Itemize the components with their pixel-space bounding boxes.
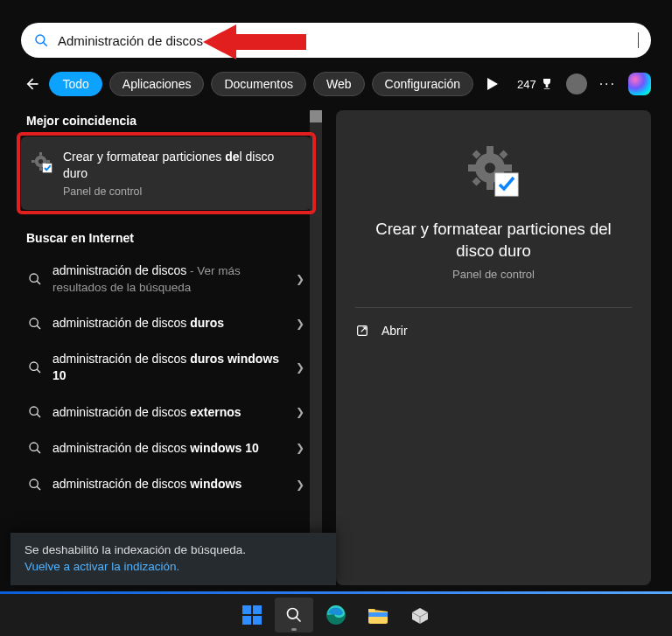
search-icon bbox=[28, 441, 42, 455]
preview-icon bbox=[467, 145, 520, 198]
chevron-right-icon: ❯ bbox=[296, 442, 304, 454]
open-button[interactable]: Abrir bbox=[355, 324, 408, 338]
svg-rect-38 bbox=[253, 616, 262, 625]
svg-rect-24 bbox=[486, 146, 494, 154]
tab-configuracion[interactable]: Configuración bbox=[372, 72, 473, 96]
arrow-left-icon bbox=[23, 75, 40, 93]
search-icon bbox=[28, 478, 42, 492]
copilot-icon[interactable] bbox=[628, 73, 651, 95]
web-result-item[interactable]: administración de discos externos ❯ bbox=[21, 395, 312, 430]
tab-todo[interactable]: Todo bbox=[49, 72, 102, 96]
taskbar-app[interactable] bbox=[401, 598, 439, 633]
rewards-points[interactable]: 247 bbox=[517, 77, 554, 91]
search-input[interactable] bbox=[58, 33, 641, 48]
preview-panel: Crear y formatear particiones del disco … bbox=[336, 110, 651, 585]
svg-line-16 bbox=[37, 369, 40, 373]
best-match-subtitle: Panel de control bbox=[63, 185, 301, 198]
svg-rect-28 bbox=[472, 150, 481, 159]
preview-subtitle: Panel de control bbox=[452, 268, 535, 281]
scrollbar[interactable] bbox=[310, 110, 322, 585]
svg-point-13 bbox=[30, 318, 38, 326]
search-icon bbox=[285, 606, 303, 624]
play-button[interactable] bbox=[480, 72, 505, 96]
avatar[interactable] bbox=[566, 73, 587, 94]
web-result-text: administración de discos duros windows 1… bbox=[52, 351, 285, 384]
svg-line-22 bbox=[37, 486, 40, 490]
open-icon bbox=[355, 324, 369, 338]
web-result-item[interactable]: administración de discos duros windows 1… bbox=[21, 342, 312, 393]
tab-aplicaciones[interactable]: Aplicaciones bbox=[109, 72, 205, 96]
web-result-text: administración de discos externos bbox=[52, 404, 285, 421]
text-caret bbox=[638, 32, 639, 48]
svg-rect-36 bbox=[253, 605, 262, 614]
web-result-item[interactable]: administración de discos windows 10 ❯ bbox=[21, 431, 312, 465]
taskbar-edge[interactable] bbox=[317, 598, 355, 633]
chevron-right-icon: ❯ bbox=[296, 318, 304, 330]
svg-point-31 bbox=[485, 163, 495, 173]
svg-line-14 bbox=[37, 325, 40, 329]
trophy-icon bbox=[540, 77, 554, 91]
back-button[interactable] bbox=[21, 70, 42, 98]
edge-icon bbox=[326, 605, 346, 626]
svg-rect-37 bbox=[242, 616, 251, 625]
best-match-item[interactable]: Crear y formatear particiones del disco … bbox=[21, 136, 312, 210]
svg-marker-3 bbox=[487, 78, 498, 90]
svg-rect-29 bbox=[500, 150, 508, 159]
web-result-text: administración de discos - Ver más resul… bbox=[52, 262, 285, 296]
svg-rect-6 bbox=[39, 152, 42, 156]
web-result-text: administración de discos windows 10 bbox=[52, 440, 285, 457]
svg-point-21 bbox=[30, 479, 38, 487]
web-search-header: Buscar en Internet bbox=[26, 231, 312, 245]
app-icon bbox=[410, 605, 430, 625]
taskbar-search[interactable] bbox=[275, 598, 313, 633]
svg-point-19 bbox=[30, 443, 38, 451]
search-bar[interactable] bbox=[21, 23, 651, 58]
svg-rect-42 bbox=[368, 612, 388, 617]
more-button[interactable]: ··· bbox=[599, 76, 616, 92]
svg-line-1 bbox=[44, 43, 47, 46]
scrollbar-thumb[interactable] bbox=[310, 110, 322, 122]
svg-point-5 bbox=[38, 159, 43, 164]
search-icon bbox=[28, 272, 42, 286]
svg-line-20 bbox=[37, 450, 40, 453]
indexing-banner: Se deshabilitó la indexación de búsqueda… bbox=[10, 533, 336, 585]
web-result-item[interactable]: administración de discos duros ❯ bbox=[21, 306, 312, 340]
indexing-banner-line1: Se deshabilitó la indexación de búsqueda… bbox=[24, 543, 322, 556]
best-match-title: Crear y formatear particiones del disco … bbox=[63, 149, 301, 182]
gear-icon bbox=[32, 152, 52, 173]
chevron-right-icon: ❯ bbox=[296, 361, 304, 374]
best-match-header: Mejor coincidencia bbox=[26, 114, 312, 128]
divider bbox=[355, 307, 632, 308]
svg-line-12 bbox=[37, 281, 40, 284]
taskbar bbox=[0, 594, 672, 636]
search-icon bbox=[28, 405, 42, 419]
taskbar-explorer[interactable] bbox=[359, 598, 397, 633]
search-icon bbox=[33, 32, 49, 48]
folder-icon bbox=[368, 605, 388, 625]
svg-rect-25 bbox=[486, 182, 494, 190]
open-label: Abrir bbox=[382, 324, 408, 338]
svg-line-40 bbox=[297, 618, 301, 622]
web-result-item[interactable]: administración de discos - Ver más resul… bbox=[21, 254, 312, 304]
search-icon bbox=[28, 360, 42, 374]
web-result-item[interactable]: administración de discos windows ❯ bbox=[21, 467, 312, 501]
indexing-enable-link[interactable]: Vuelve a activar la indización. bbox=[24, 560, 179, 573]
svg-rect-26 bbox=[468, 164, 476, 171]
start-button[interactable] bbox=[233, 598, 271, 633]
svg-point-0 bbox=[36, 35, 45, 44]
svg-point-39 bbox=[288, 609, 298, 619]
chevron-right-icon: ❯ bbox=[296, 479, 304, 491]
tab-documentos[interactable]: Documentos bbox=[211, 72, 306, 96]
gear-check-icon bbox=[467, 145, 520, 198]
svg-point-15 bbox=[30, 362, 38, 370]
svg-point-17 bbox=[30, 407, 38, 415]
chevron-right-icon: ❯ bbox=[296, 273, 304, 285]
svg-rect-9 bbox=[46, 160, 50, 163]
svg-rect-35 bbox=[242, 605, 251, 614]
svg-rect-7 bbox=[39, 167, 42, 171]
web-result-text: administración de discos windows bbox=[52, 476, 285, 493]
svg-rect-30 bbox=[472, 178, 481, 186]
tab-web[interactable]: Web bbox=[313, 72, 365, 96]
rewards-value: 247 bbox=[517, 78, 536, 91]
svg-rect-8 bbox=[32, 160, 35, 163]
